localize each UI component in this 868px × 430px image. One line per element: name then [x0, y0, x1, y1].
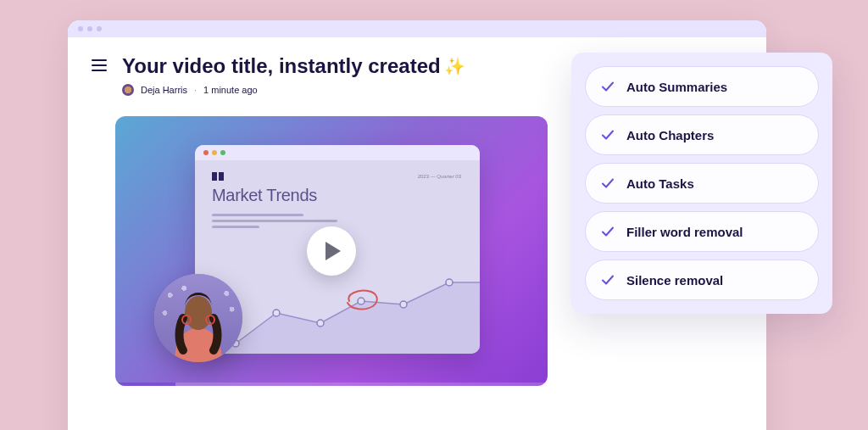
traffic-light-dot — [97, 26, 102, 31]
progress-bar[interactable] — [115, 383, 548, 386]
logo-icon — [212, 172, 224, 181]
sparkle-icon: ✨ — [444, 56, 465, 76]
svg-point-4 — [358, 298, 364, 304]
check-icon — [601, 176, 615, 190]
slide-text-lines — [212, 214, 463, 228]
speaker-thumbnail — [154, 274, 242, 362]
feature-auto-summaries[interactable]: Auto Summaries — [585, 66, 819, 107]
traffic-light-dot — [78, 26, 83, 31]
check-icon — [601, 128, 615, 142]
feature-filler-removal[interactable]: Filler word removal — [585, 211, 819, 252]
traffic-light-close-icon — [203, 150, 209, 155]
feature-label: Silence removal — [626, 273, 723, 288]
feature-label: Auto Tasks — [626, 176, 694, 191]
feature-auto-chapters[interactable]: Auto Chapters — [585, 114, 819, 155]
slide-title-bar — [195, 145, 480, 160]
slide-date: 2023 — Quarter 03 — [418, 174, 461, 179]
svg-point-7 — [185, 296, 212, 330]
page-title-text: Your video title, instantly created — [122, 54, 441, 79]
window-title-bar — [68, 20, 766, 37]
traffic-light-min-icon — [212, 150, 217, 155]
meta-separator: · — [194, 85, 197, 95]
feature-auto-tasks[interactable]: Auto Tasks — [585, 163, 819, 204]
author-name: Deja Harris — [141, 85, 187, 95]
svg-point-6 — [446, 279, 453, 286]
feature-panel: Auto Summaries Auto Chapters Auto Tasks … — [571, 53, 832, 314]
feature-silence-removal[interactable]: Silence removal — [585, 260, 819, 300]
timestamp: 1 minute ago — [203, 85, 258, 95]
menu-button[interactable] — [92, 59, 107, 71]
check-icon — [601, 225, 615, 238]
traffic-light-dot — [87, 26, 92, 31]
play-icon — [324, 241, 342, 261]
play-button[interactable] — [307, 226, 356, 276]
check-icon — [601, 80, 615, 93]
slide-title: Market Trends — [212, 186, 463, 205]
author-avatar — [122, 84, 134, 96]
person-icon — [154, 274, 242, 362]
feature-label: Auto Summaries — [626, 80, 727, 94]
svg-point-2 — [273, 310, 280, 316]
feature-label: Filler word removal — [626, 225, 743, 239]
svg-point-5 — [400, 301, 407, 308]
check-icon — [601, 273, 615, 287]
svg-point-3 — [317, 320, 324, 327]
traffic-light-max-icon — [220, 150, 225, 155]
video-player[interactable]: 2023 — Quarter 03 Market Trends — [115, 116, 548, 386]
feature-label: Auto Chapters — [626, 128, 714, 142]
